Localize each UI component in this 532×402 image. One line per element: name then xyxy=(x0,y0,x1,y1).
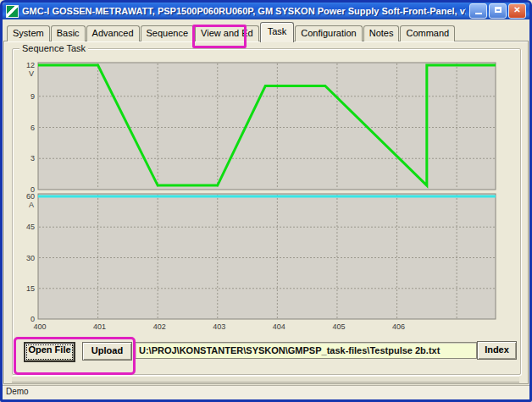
open-file-button[interactable]: Open File xyxy=(24,342,75,362)
tab-configuration[interactable]: Configuration xyxy=(295,25,362,41)
tab-system[interactable]: System xyxy=(7,25,50,41)
svg-text:400: 400 xyxy=(33,322,46,331)
svg-text:406: 406 xyxy=(392,322,405,331)
svg-text:405: 405 xyxy=(332,322,345,331)
tab-strip: System Basic Advanced Sequence View and … xyxy=(7,24,456,41)
close-button[interactable]: ✕ xyxy=(508,3,526,19)
sequence-task-chart: 12V963060A4530150400401402403404405406 xyxy=(17,52,518,337)
svg-text:45: 45 xyxy=(26,223,35,231)
svg-text:30: 30 xyxy=(26,254,35,262)
tab-advanced[interactable]: Advanced xyxy=(86,25,140,41)
groupbox-bottom-strip xyxy=(12,376,519,383)
tab-basic[interactable]: Basic xyxy=(51,25,86,41)
svg-text:V: V xyxy=(29,69,34,78)
close-icon: ✕ xyxy=(513,5,520,14)
svg-text:402: 402 xyxy=(153,322,166,331)
maximize-icon xyxy=(495,7,502,13)
minimize-icon xyxy=(475,13,482,14)
window-title: GMC-I GOSSEN-METRAWATT, PSP1500P060RU060… xyxy=(22,6,466,16)
tab-sequence[interactable]: Sequence xyxy=(141,25,195,41)
title-bar: GMC-I GOSSEN-METRAWATT, PSP1500P060RU060… xyxy=(3,3,529,19)
svg-text:404: 404 xyxy=(273,322,285,331)
svg-text:15: 15 xyxy=(26,284,35,293)
svg-text:9: 9 xyxy=(30,92,35,101)
tab-notes[interactable]: Notes xyxy=(363,25,400,41)
tab-command[interactable]: Command xyxy=(400,25,455,41)
svg-text:60: 60 xyxy=(26,192,35,201)
app-window: GMC-I GOSSEN-METRAWATT, PSP1500P060RU060… xyxy=(0,0,532,402)
tab-task[interactable]: Task xyxy=(260,22,295,42)
file-path-field[interactable]: U:\PROJ\KONSTANTER\SYSKON\GMPSP_task-fil… xyxy=(135,342,477,359)
tab-view-and-edit[interactable]: View and Ed xyxy=(195,25,259,41)
app-logo-icon xyxy=(6,5,19,18)
svg-text:12: 12 xyxy=(26,61,35,69)
maximize-button[interactable] xyxy=(489,3,507,19)
status-text: Demo xyxy=(6,387,29,396)
svg-text:401: 401 xyxy=(93,322,106,331)
status-bar: Demo xyxy=(3,385,529,399)
minimize-button[interactable] xyxy=(469,3,487,19)
svg-text:403: 403 xyxy=(213,322,225,331)
svg-text:A: A xyxy=(29,201,34,209)
svg-text:3: 3 xyxy=(30,154,35,162)
svg-text:6: 6 xyxy=(30,124,35,132)
upload-button[interactable]: Upload xyxy=(82,342,132,361)
index-button[interactable]: Index xyxy=(477,341,517,360)
